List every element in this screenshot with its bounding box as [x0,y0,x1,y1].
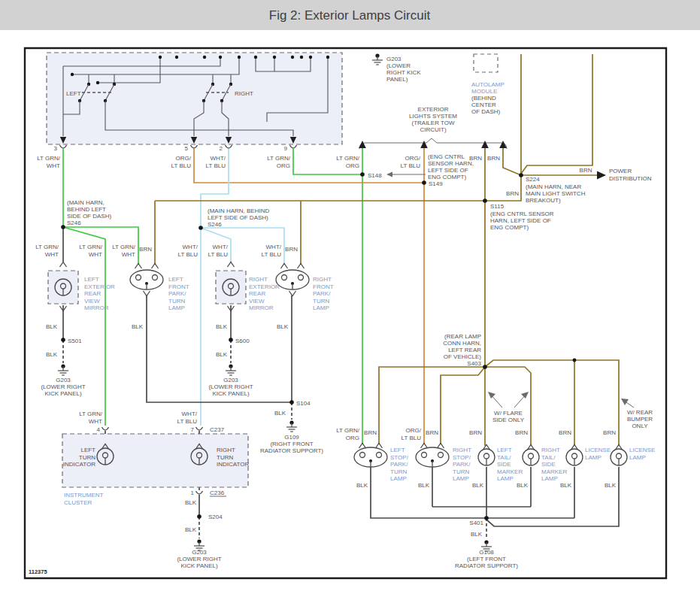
wire-brn-trailer-tow-4 [503,147,521,175]
wire-label: WHT/LT BLU [178,244,198,258]
connector-label-c237: C237 [210,426,225,433]
left-stop-park-turn-lamp [354,444,387,468]
left-front-park-turn-lamp [130,264,163,296]
splice-location-s224: (MAIN HARN, NEARMAIN LIGHT SWITCHBREAKOU… [526,183,586,204]
wire-brn-to-license-2 [485,360,619,446]
splice-label-s600: S600 [235,338,250,344]
ground-location: (LOWERRIGHT KICKPANEL) [386,62,421,83]
wire-label: WHT/LT BLU [206,155,226,169]
wire-brn-top-2 [521,54,592,174]
license-lamp-2 [611,445,627,466]
exterior-lights-system-label: EXTERIORLIGHTS SYSTEM(TRAILER TOWCIRCUIT… [409,106,457,133]
wire-label: WHT/LT BLU [208,244,229,258]
eng-cntrl-annotation: (ENG CNTRLSENSOR HARN,LEFT SIDE OFENG CO… [428,153,474,180]
connector-pin-2 [226,145,232,148]
ground-label: G203 [223,377,238,383]
ground-symbol-g203-right [226,364,236,375]
ground-location: (RIGHT FRONTRADIATOR SUPPORT) [260,441,323,454]
wire-label: LT GRN/ORG [267,155,291,169]
pin-number: 3 [54,145,58,152]
component-label-left-tail-lamp: LEFTTAIL/SIDEMARKERLAMP [497,447,523,482]
wire-label: BLK [471,531,483,538]
component-label-right-stop-lamp: RIGHTSTOP/PARK/TURNLAMP [453,447,471,482]
ground-label: G203 [386,56,402,62]
pin-number: 9 [284,145,288,152]
wire-label: BLK [356,482,368,489]
component-label-right-tail-lamp: RIGHTTAIL/SIDEMARKERLAMP [541,447,567,482]
ground-location: (LOWER RIGHTKICK PANEL) [41,383,85,397]
flare-arrow-left [488,392,495,399]
left-exterior-mirror [48,262,78,311]
license-lamp-1 [566,445,583,466]
component-label-autolamp: AUTOLAMPMODULE [471,81,505,95]
wire-label: BRN [469,429,482,436]
right-exterior-mirror [216,262,246,311]
w-rear-bumper-only-note: W/ REARBUMPERONLY [627,409,653,429]
wiring-diagram-page: Fig 2: Exterior Lamps Circuit 112375 [0,0,700,594]
wire-label: BRN [506,190,519,197]
splice-location-s115: (ENG CNTRL SENSORHARN, LEFT SIDE OFENG C… [490,211,554,231]
wire-label: BLK [46,351,58,358]
switch-left-label: LEFT [66,90,81,97]
autolamp-module-box [474,54,498,72]
connector-pin-9 [290,145,297,148]
component-label-right-front-lamp: RIGHTFRONTPARK/TURNLAMP [313,276,334,311]
ground-symbol-g109 [286,420,297,432]
wire-label: WHT/LT BLU [262,244,282,258]
ground-label: G108 [479,549,494,556]
component-label-license-lamp-2: LICENSELAMP [629,447,655,461]
wire-label: ORG/LT BLU [171,155,192,169]
wire-label: LT GRN/ORG [336,155,360,169]
wire-label: LT GRN/WHT [37,155,61,169]
wire-label: BLK [472,482,484,489]
component-label-left-stop-lamp: LEFTSTOP/PARK/TURNLAMP [390,447,409,482]
switch-right-label: RIGHT [235,90,253,97]
power-distribution-label: POWERDISTRIBUTION [609,168,652,182]
splice-location-s403: (REAR LAMPCONN HARN,LEFT REAROF VEHICLE) [443,333,481,360]
wire-label: BLK [216,351,228,358]
c237-pin4-connector [102,427,109,430]
wire-label: BLK [605,482,617,489]
component-label-right-mirror: RIGHTEXTERIORREARVIEWMIRROR [249,276,280,311]
wire-label: BRN [487,155,500,162]
wire-label: BRN [603,429,616,436]
wire-label: LT GRN/WHT [79,411,103,425]
wire-label: BLK [517,482,529,489]
exterior-lamps-circuit-diagram: Fig 2: Exterior Lamps Circuit 112375 [0,0,700,594]
splice-label-s115: S115 [490,203,505,210]
splice-label-s403: S403 [467,360,481,367]
pin-number: 2 [220,145,223,152]
pin-number: 1 [191,489,195,496]
wire-label: BLK [274,410,286,417]
splice-location-s246-left: (MAIN HARN,BEHIND LEFTSIDE OF DASH) [67,199,111,220]
rear-bumper-arrow [621,399,629,405]
wire-label: LT GRN/WHT [112,244,136,258]
left-tail-side-marker-lamp [478,445,495,466]
wire-label: BRN [426,429,438,436]
ground-label: G203 [192,549,207,556]
wire-label: ORG/LT BLU [401,155,421,169]
s148-pointer-arrow [386,172,392,177]
wire-label: LT GRN/ORG [336,427,360,441]
blk-wires [63,227,619,539]
wire-label: BRN [580,167,592,174]
ground-location: (LOWER RIGHTKICK PANEL) [177,556,221,569]
wire-label: BRN [285,246,298,253]
ground-label: G109 [284,434,299,441]
pin-number: 5 [185,145,189,152]
wire-label: WHT/LT BLU [177,411,198,425]
wire-label: BLK [46,323,58,330]
component-label-left-mirror: LEFTEXTERIORREARVIEWMIRROR [84,276,115,311]
ground-symbol-g203-top [372,53,383,65]
wire-label: BRN [364,429,377,436]
splice-label-s501: S501 [68,338,82,344]
pin-number: 4 [97,426,101,433]
component-label-license-lamp-1: LICENSELAMP [585,447,611,461]
right-front-park-turn-lamp [276,264,309,296]
wire-label: LT GRN/WHT [35,244,59,258]
ground-symbol-g203-left [58,364,68,375]
splice-label-s149: S149 [429,180,443,187]
wire-label: ORG/LT BLU [402,427,422,441]
flare-arrow-right [521,392,529,399]
up-arrow-lt-grn-org [359,141,366,148]
